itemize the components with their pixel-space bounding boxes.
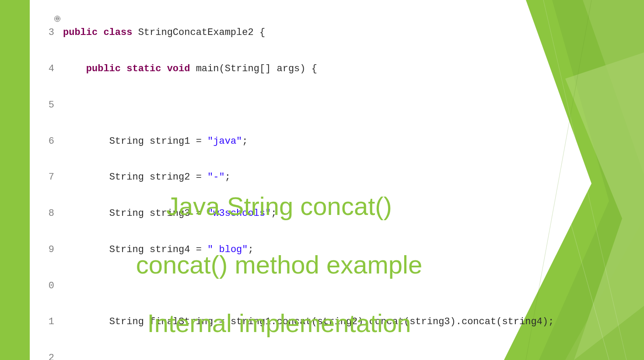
slide: 3 4 5 6 7 8 9 0 1 2 3 4 5 ⊖ public class… xyxy=(0,0,644,360)
code-line: String string1 = "java"; xyxy=(63,135,554,148)
code-block: 3 4 5 6 7 8 9 0 1 2 3 4 5 ⊖ public class… xyxy=(42,3,497,87)
code-line xyxy=(63,352,554,360)
code-line: public class StringConcatExample2 { xyxy=(63,27,554,39)
headings: Java String concat() concat() method exa… xyxy=(30,192,528,337)
line-number: 5 xyxy=(42,99,54,111)
heading-title-1: Java String concat() xyxy=(30,192,528,220)
line-number: 6 xyxy=(42,135,54,148)
line-number: 2 xyxy=(42,352,54,360)
line-number: 4 xyxy=(42,63,54,75)
svg-marker-3 xyxy=(583,0,644,175)
code-line: public static void main(String[] args) { xyxy=(63,63,554,75)
svg-marker-1 xyxy=(539,0,644,360)
heading-title-2: concat() method example xyxy=(30,251,528,279)
fold-minus-icon[interactable]: ⊖ xyxy=(54,16,60,22)
line-number: 7 xyxy=(42,171,54,183)
line-number: 3 xyxy=(42,27,54,39)
heading-title-3: Internal implementation xyxy=(30,309,528,337)
svg-marker-4 xyxy=(565,218,644,360)
svg-line-6 xyxy=(543,0,626,360)
svg-marker-2 xyxy=(565,52,644,360)
code-line: String string2 = "-"; xyxy=(63,171,554,183)
left-decoration xyxy=(0,0,30,360)
code-line xyxy=(63,99,554,111)
